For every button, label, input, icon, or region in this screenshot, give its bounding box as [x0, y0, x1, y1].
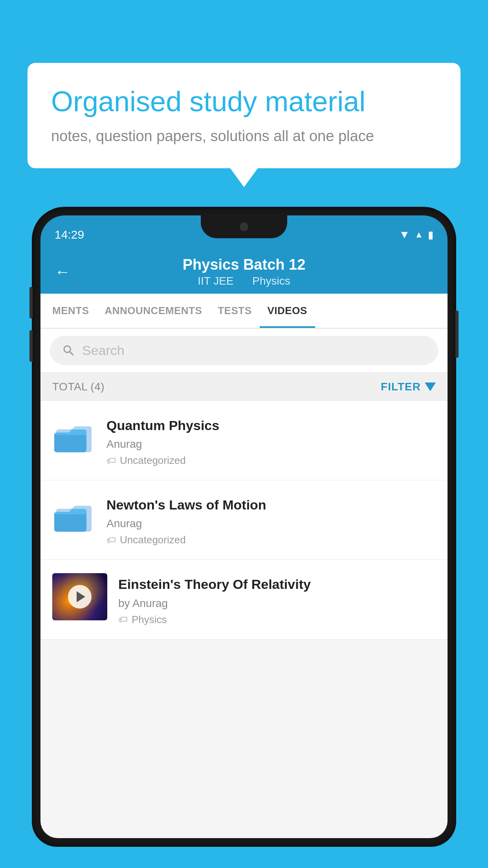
- filter-row: TOTAL (4) FILTER: [40, 373, 448, 401]
- volume-down-button: [29, 330, 33, 362]
- folder-icon-container: [52, 494, 95, 537]
- list-item[interactable]: Einstein's Theory Of Relativity by Anura…: [40, 560, 448, 639]
- status-bar: 14:29 ▼ ▲ ▮: [40, 215, 448, 247]
- video-title: Quantum Physics: [106, 417, 436, 434]
- back-button[interactable]: ←: [55, 263, 70, 281]
- filter-label: FILTER: [381, 381, 421, 393]
- bubble-subtitle: notes, question papers, solutions all at…: [51, 128, 437, 145]
- item-info: Newton's Laws of Motion Anurag 🏷 Uncateg…: [106, 494, 436, 546]
- signal-icon: ▲: [415, 230, 423, 240]
- app-header: ← Physics Batch 12 IIT JEE Physics: [40, 247, 448, 294]
- video-tag: 🏷 Physics: [118, 614, 436, 626]
- battery-icon: ▮: [428, 229, 433, 241]
- search-bar-wrapper: Search: [40, 329, 448, 373]
- status-icons: ▼ ▲ ▮: [399, 228, 434, 241]
- video-thumbnail: [52, 573, 107, 620]
- svg-rect-1: [54, 432, 86, 452]
- power-button: [455, 311, 459, 358]
- tag-icon: 🏷: [106, 455, 116, 466]
- tab-ments[interactable]: MENTS: [44, 294, 97, 328]
- video-tag: 🏷 Uncategorized: [106, 454, 436, 467]
- tabs-bar: MENTS ANNOUNCEMENTS TESTS VIDEOS: [40, 294, 448, 329]
- item-info: Einstein's Theory Of Relativity by Anura…: [118, 573, 436, 625]
- video-list: Quantum Physics Anurag 🏷 Uncategorized: [40, 401, 448, 640]
- video-tag: 🏷 Uncategorized: [106, 534, 436, 546]
- play-button[interactable]: [68, 585, 92, 609]
- play-icon: [77, 591, 85, 602]
- item-info: Quantum Physics Anurag 🏷 Uncategorized: [106, 414, 436, 467]
- subtitle-physics: Physics: [252, 275, 290, 287]
- header-title-block: Physics Batch 12 IIT JEE Physics: [183, 256, 306, 287]
- speech-bubble: Organised study material notes, question…: [28, 63, 460, 168]
- batch-subtitle: IIT JEE Physics: [183, 275, 306, 287]
- video-author: by Anurag: [118, 597, 436, 610]
- phone-wrapper: 14:29 ▼ ▲ ▮ ← Physics Batch 12 IIT JEE: [33, 208, 455, 868]
- folder-icon-container: [52, 414, 95, 458]
- folder-icon: [54, 497, 94, 534]
- phone-outer: 14:29 ▼ ▲ ▮ ← Physics Batch 12 IIT JEE: [33, 208, 455, 845]
- video-author: Anurag: [106, 438, 436, 451]
- list-item[interactable]: Quantum Physics Anurag 🏷 Uncategorized: [40, 401, 448, 480]
- tag-label: Uncategorized: [120, 534, 186, 546]
- volume-up-button: [29, 287, 33, 318]
- tag-icon: 🏷: [106, 535, 116, 546]
- phone-screen: ← Physics Batch 12 IIT JEE Physics MENTS: [40, 247, 448, 838]
- search-icon: [62, 344, 76, 358]
- batch-title: Physics Batch 12: [183, 256, 306, 273]
- total-count: TOTAL (4): [52, 381, 105, 393]
- tag-label: Uncategorized: [120, 454, 186, 467]
- filter-icon: [425, 383, 436, 391]
- tab-announcements[interactable]: ANNOUNCEMENTS: [97, 294, 210, 328]
- search-placeholder: Search: [82, 343, 125, 358]
- subtitle-iit: IIT JEE: [198, 275, 233, 287]
- camera-dot: [240, 223, 248, 231]
- video-title: Newton's Laws of Motion: [106, 496, 436, 513]
- tag-icon: 🏷: [118, 614, 128, 625]
- speech-bubble-wrapper: Organised study material notes, question…: [28, 63, 460, 168]
- header-nav: ← Physics Batch 12 IIT JEE Physics: [55, 256, 433, 294]
- bubble-title: Organised study material: [51, 85, 437, 118]
- tab-tests[interactable]: TESTS: [210, 294, 259, 328]
- clock: 14:29: [55, 228, 84, 241]
- video-title: Einstein's Theory Of Relativity: [118, 576, 436, 593]
- video-author: Anurag: [106, 517, 436, 530]
- tag-label: Physics: [132, 614, 167, 626]
- folder-icon: [54, 417, 94, 455]
- svg-rect-3: [54, 512, 86, 531]
- search-bar[interactable]: Search: [50, 336, 438, 365]
- tab-videos[interactable]: VIDEOS: [260, 294, 315, 328]
- wifi-icon: ▼: [399, 228, 410, 241]
- filter-button[interactable]: FILTER: [381, 381, 436, 393]
- list-item[interactable]: Newton's Laws of Motion Anurag 🏷 Uncateg…: [40, 480, 448, 560]
- thumbnail-image: [52, 573, 107, 620]
